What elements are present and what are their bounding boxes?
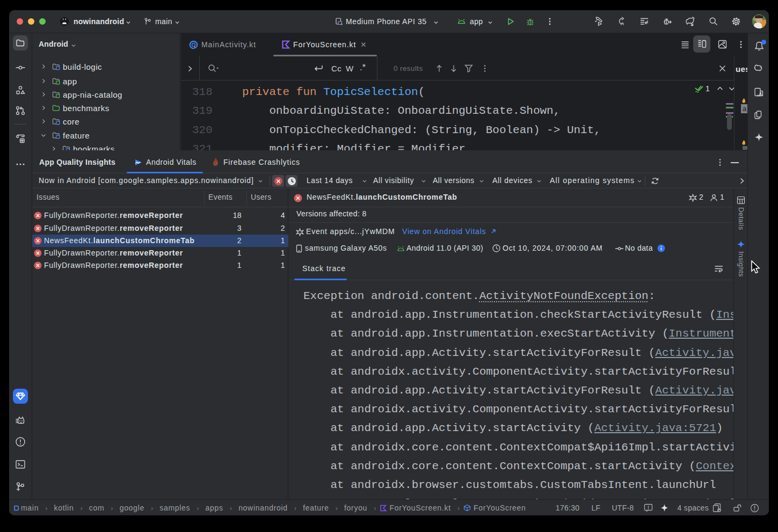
svg-text:A: A [621,21,624,26]
